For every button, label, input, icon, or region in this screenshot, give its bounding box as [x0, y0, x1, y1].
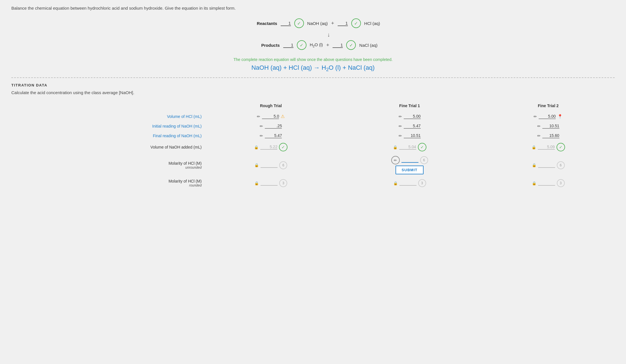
cell-group: ✏: [485, 133, 612, 138]
reactants-row: Reactants ✓ NaOH (aq) + ✓ HCl (aq): [246, 18, 380, 28]
sig-fig-indicator: 6: [557, 161, 565, 169]
cell-molarity-unrounded-fine2: 🔒 6: [482, 154, 615, 177]
cell-naoh-initial-fine1: ✏: [337, 121, 482, 131]
row-label-hcl-volume: Volume of HCl (mL): [11, 111, 204, 121]
titration-title: TITRATION DATA: [11, 83, 615, 87]
check-icon: ✓: [279, 143, 287, 151]
check-icon: ✓: [557, 143, 565, 151]
row-label-naoh-final: Final reading of NaOH (mL): [11, 131, 204, 141]
lock-icon: 🔒: [532, 163, 536, 167]
cell-naoh-initial-fine2: ✏: [482, 121, 615, 131]
products-row: Products ✓ H2O (l) + ✓ NaCl (aq): [249, 40, 378, 50]
cell-group: ✏: [340, 133, 479, 138]
cell-hcl-fine2: ✏ 📍: [482, 111, 615, 121]
col-header-empty: [11, 102, 204, 111]
col-header-fine2: Fine Trial 2: [482, 102, 615, 111]
cell-hcl-rough: ✏ ⚠: [204, 111, 337, 121]
divider: [11, 77, 615, 78]
naoh-initial-rough[interactable]: [265, 124, 282, 129]
naoh-final-fine2[interactable]: [542, 133, 559, 138]
lock-icon: 🔒: [393, 145, 397, 149]
row-label-molarity-rounded: Molarity of HCl (M) rounded: [11, 177, 204, 190]
cell-group: 🔒 3: [340, 179, 479, 187]
cell-naoh-final-fine1: ✏: [337, 131, 482, 141]
cell-group: 🔒 6: [207, 161, 335, 169]
product-1-coeff[interactable]: [283, 43, 293, 48]
cell-group: ✏: [207, 124, 335, 129]
check-icon: ✓: [418, 143, 426, 151]
product-2-coeff[interactable]: [333, 43, 343, 48]
molarity-rounded-fine1: [399, 181, 416, 186]
hcl-volume-fine2[interactable]: [539, 114, 556, 119]
reactant-1-formula: NaOH (aq): [307, 21, 328, 26]
table-row: Final reading of NaOH (mL) ✏ ✏ ✏: [11, 131, 615, 141]
cell-group: 🔒 3: [207, 179, 335, 187]
reaction-equation: NaOH (aq) + HCl (aq) → H2O (l) + NaCl (a…: [11, 64, 615, 72]
pencil-icon[interactable]: ✏: [260, 134, 263, 138]
cell-group: ✏ 6: [391, 156, 428, 164]
cell-group: 🔒 3: [485, 179, 612, 187]
row-sublabel: rounded: [14, 183, 202, 187]
submit-container: ✏ 6 SUBMIT: [340, 156, 479, 174]
reaction-notice: The complete reaction equation will show…: [11, 57, 615, 62]
reactant-2-coeff[interactable]: [338, 21, 348, 26]
pencil-icon[interactable]: ✏: [257, 114, 260, 119]
lock-icon: 🔒: [532, 181, 536, 185]
pencil-icon[interactable]: ✏: [260, 124, 263, 128]
pencil-icon[interactable]: ✏: [399, 114, 402, 119]
cell-group: ✏: [340, 124, 479, 129]
row-label-naoh-added: Volume of NaOH added (mL): [11, 141, 204, 154]
naoh-initial-fine2[interactable]: [542, 124, 559, 129]
pencil-icon[interactable]: ✏: [399, 134, 402, 138]
reactant-1-coeff[interactable]: [281, 21, 291, 26]
sig-fig-indicator: 3: [557, 179, 565, 187]
pin-icon: 📍: [557, 114, 563, 119]
cell-naoh-added-fine2: 🔒 ✓: [482, 141, 615, 154]
molarity-unrounded-fine1[interactable]: [401, 158, 418, 163]
table-row: Molarity of HCl (M) unrounded 🔒 6 ✏: [11, 154, 615, 177]
row-label-naoh-initial: Initial reading of NaOH (mL): [11, 121, 204, 131]
pencil-icon[interactable]: ✏: [399, 124, 402, 128]
naoh-added-fine1: [399, 145, 416, 150]
reactant-1-check: ✓: [294, 18, 304, 28]
hcl-volume-fine1[interactable]: [404, 114, 421, 119]
molarity-rounded-fine2: [538, 181, 555, 186]
lock-icon: 🔒: [254, 181, 259, 185]
table-row: Volume of NaOH added (mL) 🔒 ✓ 🔒 ✓: [11, 141, 615, 154]
pencil-icon[interactable]: ✏: [537, 124, 541, 128]
col-header-rough: Rough Trial: [204, 102, 337, 111]
product-2-formula: NaCl (aq): [359, 43, 377, 48]
pencil-circle-icon[interactable]: ✏: [391, 156, 400, 164]
naoh-added-rough: [260, 145, 277, 150]
cell-group: 🔒 6: [485, 161, 612, 169]
cell-molarity-unrounded-rough: 🔒 6: [204, 154, 337, 177]
warning-icon: ⚠: [281, 114, 285, 119]
titration-section: TITRATION DATA Calculate the acid concen…: [11, 83, 615, 190]
cell-group: 🔒 ✓: [485, 143, 612, 151]
cell-naoh-final-rough: ✏: [204, 131, 337, 141]
product-1-check: ✓: [297, 40, 306, 50]
titration-description: Calculate the acid concentration using t…: [11, 90, 615, 95]
cell-naoh-added-fine1: 🔒 ✓: [337, 141, 482, 154]
cell-molarity-rounded-fine1: 🔒 3: [337, 177, 482, 190]
hcl-volume-rough[interactable]: [262, 114, 279, 119]
cell-molarity-rounded-fine2: 🔒 3: [482, 177, 615, 190]
product-1-formula: H2O (l): [310, 42, 323, 48]
reactants-plus: +: [331, 20, 334, 26]
molarity-unrounded-fine2: [538, 163, 555, 168]
cell-molarity-unrounded-fine1: ✏ 6 SUBMIT: [337, 154, 482, 177]
submit-button[interactable]: SUBMIT: [396, 166, 424, 174]
naoh-initial-fine1[interactable]: [404, 124, 421, 129]
reaction-arrow: ↓: [327, 31, 330, 38]
lock-icon: 🔒: [393, 181, 398, 185]
pencil-icon[interactable]: ✏: [534, 114, 537, 119]
naoh-final-rough[interactable]: [265, 133, 282, 138]
cell-group: ✏ ⚠: [207, 114, 335, 119]
pencil-icon[interactable]: ✏: [537, 134, 541, 138]
naoh-final-fine1[interactable]: [404, 133, 421, 138]
sig-fig-indicator: 6: [279, 161, 287, 169]
equation-section: Reactants ✓ NaOH (aq) + ✓ HCl (aq) ↓ Pro…: [11, 18, 615, 52]
table-row: Initial reading of NaOH (mL) ✏ ✏ ✏: [11, 121, 615, 131]
sig-fig-indicator: 6: [420, 156, 428, 164]
reactant-2-formula: HCl (aq): [364, 21, 380, 26]
